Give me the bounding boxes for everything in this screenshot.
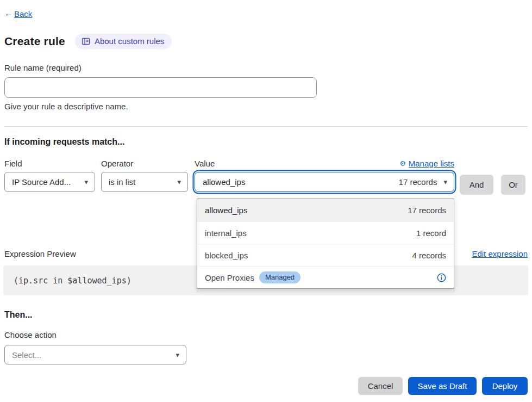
- list-option-open-proxies[interactable]: Open Proxies Managed: [197, 266, 454, 288]
- operator-select-value: is in list: [109, 177, 135, 187]
- rule-name-label: Rule name (required): [4, 63, 528, 72]
- create-rule-page: ←Back Create rule About custom rules Rul…: [0, 0, 532, 402]
- field-label: Field: [4, 159, 95, 168]
- option-name: Open Proxies: [205, 273, 254, 282]
- option-name: blocked_ips: [205, 251, 248, 260]
- section-divider: [4, 126, 528, 127]
- about-pill-label: About custom rules: [95, 36, 164, 46]
- deploy-button[interactable]: Deploy: [482, 377, 528, 395]
- expression-preview-label: Expression Preview: [4, 249, 76, 258]
- back-row: ←Back: [4, 0, 528, 18]
- choose-action-label: Choose action: [4, 330, 528, 339]
- gear-icon: ⚙: [399, 159, 406, 168]
- page-title: Create rule: [4, 35, 65, 48]
- about-custom-rules-link[interactable]: About custom rules: [75, 34, 172, 49]
- list-option-blocked-ips[interactable]: blocked_ips 4 records: [197, 244, 454, 266]
- chevron-down-icon: ▾: [443, 178, 447, 185]
- then-section-heading: Then...: [4, 310, 528, 320]
- manage-lists-link[interactable]: ⚙ Manage lists: [399, 159, 454, 168]
- value-select-meta: 17 records: [399, 177, 437, 187]
- manage-lists-label: Manage lists: [409, 159, 454, 168]
- rule-name-helper: Give your rule a descriptive name.: [4, 102, 528, 111]
- edit-expression-link[interactable]: Edit expression: [472, 249, 528, 258]
- option-meta: 1 record: [416, 228, 446, 238]
- value-select[interactable]: allowed_ips 17 records ▾: [195, 172, 454, 192]
- chevron-down-icon: ▾: [84, 178, 88, 185]
- action-select-placeholder: Select...: [12, 350, 41, 360]
- field-select[interactable]: IP Source Add... ▾: [4, 172, 95, 192]
- book-icon: [82, 37, 90, 46]
- condition-row: Field IP Source Add... ▾ Operator is in …: [4, 159, 528, 195]
- operator-select[interactable]: is in list ▾: [101, 172, 188, 192]
- expression-code: (ip.src in $allowed_ips): [14, 276, 132, 286]
- footer-actions: Cancel Save as Draft Deploy: [4, 377, 528, 395]
- option-name: internal_ips: [205, 228, 247, 238]
- back-arrow-icon: ←: [4, 9, 13, 18]
- chevron-down-icon: ▾: [177, 178, 181, 185]
- value-select-value: allowed_ips: [203, 177, 245, 187]
- match-section-heading: If incoming requests match...: [4, 137, 528, 147]
- managed-badge: Managed: [259, 271, 301, 283]
- info-icon[interactable]: [437, 273, 446, 282]
- list-option-allowed-ips[interactable]: allowed_ips 17 records: [197, 199, 454, 221]
- action-select[interactable]: Select... ▾: [4, 345, 186, 364]
- value-label: Value: [195, 159, 215, 168]
- rule-name-input[interactable]: [4, 77, 317, 98]
- list-dropdown-panel: allowed_ips 17 records internal_ips 1 re…: [197, 199, 454, 289]
- operator-label: Operator: [101, 159, 188, 168]
- option-meta: 4 records: [412, 251, 446, 260]
- chevron-down-icon: ▾: [176, 351, 179, 358]
- field-select-value: IP Source Add...: [12, 177, 71, 187]
- and-button[interactable]: And: [460, 175, 493, 195]
- option-meta: 17 records: [408, 206, 446, 215]
- list-option-internal-ips[interactable]: internal_ips 1 record: [197, 221, 454, 244]
- back-button[interactable]: ←Back: [4, 9, 32, 18]
- title-row: Create rule About custom rules: [4, 34, 528, 49]
- save-as-draft-button[interactable]: Save as Draft: [408, 377, 477, 395]
- back-label: Back: [14, 9, 32, 18]
- cancel-button[interactable]: Cancel: [358, 377, 403, 395]
- option-name: allowed_ips: [205, 206, 247, 215]
- or-button[interactable]: Or: [501, 175, 525, 195]
